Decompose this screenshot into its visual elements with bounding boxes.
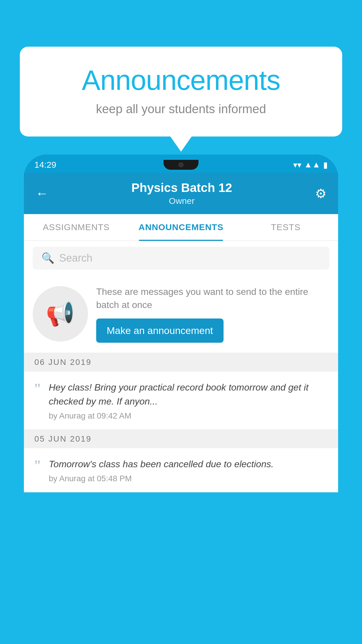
promo-icon-circle: 📢 [33, 286, 88, 342]
tab-announcements[interactable]: ANNOUNCEMENTS [129, 214, 233, 240]
batch-subtitle: Owner [131, 196, 232, 206]
bubble-title: Announcements [43, 64, 319, 96]
speech-bubble-section: Announcements keep all your students inf… [20, 47, 342, 136]
date-divider-1: 06 JUN 2019 [24, 353, 338, 372]
batch-title: Physics Batch 12 [131, 181, 232, 195]
status-time: 14:29 [34, 160, 56, 170]
search-bar[interactable]: 🔍 Search [33, 247, 329, 270]
app-header: ← Physics Batch 12 Owner ⚙ [24, 173, 338, 214]
date-label-1: 06 JUN 2019 [34, 358, 92, 367]
announcement-text-1: Hey class! Bring your practical record b… [49, 380, 328, 408]
back-button[interactable]: ← [36, 186, 48, 201]
search-container: 🔍 Search [24, 241, 338, 275]
phone-notch [164, 160, 198, 170]
announcement-item-2[interactable]: " Tomorrow's class has been cancelled du… [24, 448, 338, 492]
gear-icon[interactable]: ⚙ [315, 186, 326, 201]
megaphone-icon: 📢 [46, 300, 75, 328]
quote-icon-1: " [34, 382, 41, 397]
make-announcement-button[interactable]: Make an announcement [96, 318, 224, 343]
announcement-meta-2: by Anurag at 05:48 PM [49, 474, 328, 483]
announcement-item-1[interactable]: " Hey class! Bring your practical record… [24, 372, 338, 430]
header-title-section: Physics Batch 12 Owner [131, 181, 232, 206]
phone-inner: 14:29 ▾▾ ▲▲ ▮ ← Physics Batch 12 Owner ⚙… [24, 155, 338, 492]
tab-tests[interactable]: TESTS [233, 214, 338, 240]
announcement-content-1: Hey class! Bring your practical record b… [49, 380, 328, 421]
tab-assignments[interactable]: ASSIGNMENTS [24, 214, 129, 240]
speech-bubble: Announcements keep all your students inf… [20, 47, 342, 136]
date-label-2: 05 JUN 2019 [34, 434, 92, 444]
wifi-icon: ▾▾ [293, 160, 301, 170]
bubble-subtitle: keep all your students informed [43, 102, 319, 116]
signal-icon: ▲▲ [304, 160, 320, 169]
promo-right: These are messages you want to send to t… [96, 285, 329, 343]
search-placeholder: Search [59, 252, 92, 264]
battery-icon: ▮ [323, 160, 328, 170]
quote-icon-2: " [34, 458, 41, 473]
phone-device: 14:29 ▾▾ ▲▲ ▮ ← Physics Batch 12 Owner ⚙… [24, 155, 338, 644]
promo-section: 📢 These are messages you want to send to… [24, 275, 338, 353]
announcement-content-2: Tomorrow's class has been cancelled due … [49, 457, 328, 483]
camera-dot [178, 162, 184, 167]
tabs-bar: ASSIGNMENTS ANNOUNCEMENTS TESTS [24, 214, 338, 241]
search-icon: 🔍 [41, 252, 55, 264]
announcement-meta-1: by Anurag at 09:42 AM [49, 411, 328, 421]
date-divider-2: 05 JUN 2019 [24, 430, 338, 448]
status-icons: ▾▾ ▲▲ ▮ [293, 160, 328, 170]
phone-content: 🔍 Search 📢 These are messages you want t… [24, 241, 338, 492]
promo-description: These are messages you want to send to t… [96, 285, 329, 312]
announcement-text-2: Tomorrow's class has been cancelled due … [49, 457, 328, 471]
